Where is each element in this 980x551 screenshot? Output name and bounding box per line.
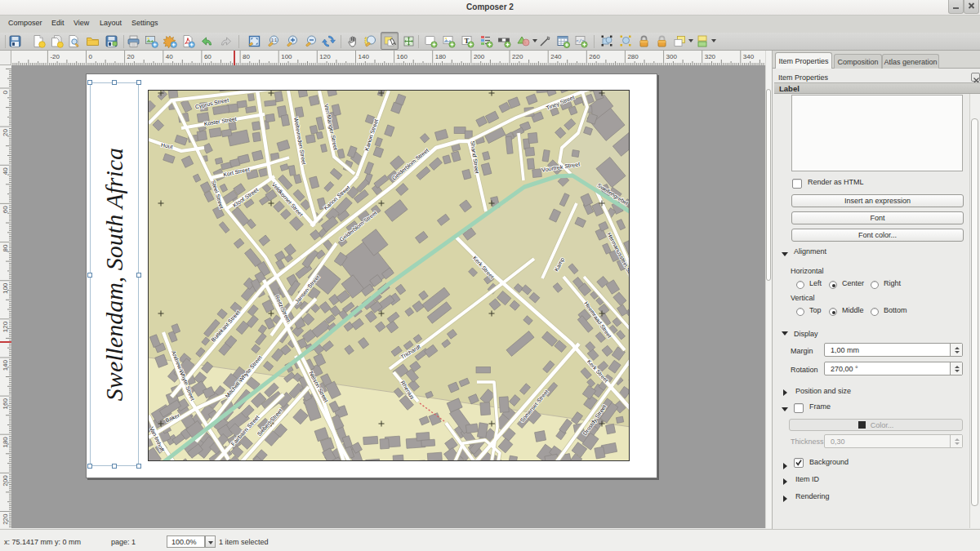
svg-text:220: 220 bbox=[2, 513, 9, 525]
svg-text:280: 280 bbox=[627, 53, 639, 60]
svg-text:320: 320 bbox=[705, 53, 716, 60]
svg-text:20: 20 bbox=[127, 53, 135, 60]
svg-text:260: 260 bbox=[589, 53, 600, 60]
svg-text:120: 120 bbox=[2, 321, 9, 332]
svg-text:160: 160 bbox=[2, 398, 9, 410]
svg-text:100: 100 bbox=[2, 282, 9, 294]
svg-text:-20: -20 bbox=[50, 53, 60, 60]
svg-text:40: 40 bbox=[166, 53, 173, 60]
svg-text:300: 300 bbox=[666, 53, 678, 60]
svg-text:80: 80 bbox=[2, 244, 9, 251]
svg-text:1:1: 1:1 bbox=[271, 38, 277, 42]
svg-text:180: 180 bbox=[2, 437, 9, 448]
svg-text:180: 180 bbox=[435, 53, 447, 60]
svg-text:200: 200 bbox=[2, 475, 9, 487]
svg-text:140: 140 bbox=[359, 53, 370, 60]
svg-text:140: 140 bbox=[2, 359, 9, 371]
svg-text:100: 100 bbox=[281, 53, 292, 60]
svg-text:60: 60 bbox=[204, 53, 212, 60]
svg-text:40: 40 bbox=[2, 167, 9, 175]
svg-text:220: 220 bbox=[512, 53, 523, 60]
svg-text:240: 240 bbox=[550, 53, 562, 60]
svg-text:340: 340 bbox=[743, 53, 755, 60]
svg-text:0: 0 bbox=[89, 53, 93, 60]
svg-text:160: 160 bbox=[397, 53, 408, 60]
svg-text:20: 20 bbox=[2, 129, 9, 136]
svg-text:80: 80 bbox=[243, 53, 250, 60]
svg-text:60: 60 bbox=[2, 206, 9, 213]
svg-text:0: 0 bbox=[2, 90, 9, 94]
svg-text:120: 120 bbox=[319, 53, 331, 60]
svg-text:200: 200 bbox=[474, 53, 485, 60]
